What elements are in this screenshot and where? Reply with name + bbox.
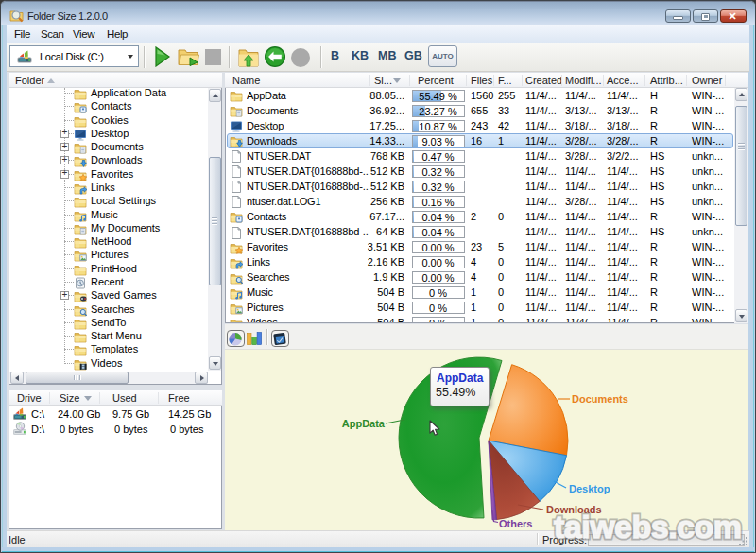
svg-text:AppData: AppData	[342, 418, 386, 429]
svg-text:Others: Others	[499, 518, 532, 529]
svg-text:Desktop: Desktop	[569, 483, 610, 494]
svg-text:Documents: Documents	[572, 393, 628, 405]
